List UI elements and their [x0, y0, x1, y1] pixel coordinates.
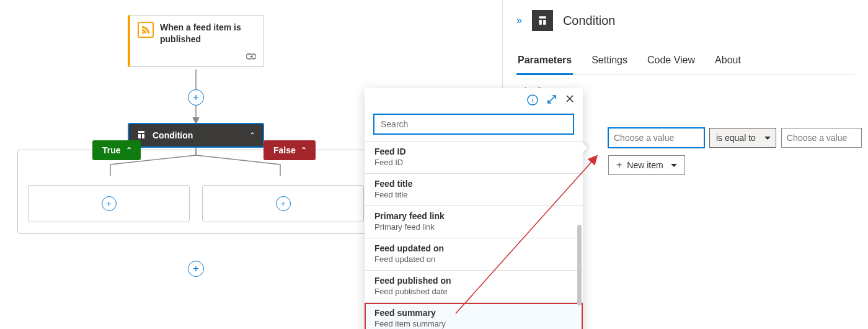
add-action-false[interactable]: + [276, 196, 291, 211]
scrollbar-thumb[interactable] [577, 225, 582, 305]
new-item-button[interactable]: New item [608, 155, 685, 175]
branch-container: True ⌃ False ⌃ + + [17, 150, 374, 234]
panel-tabs: Parameters Settings Code View About [516, 50, 854, 75]
flyout-pointer [582, 142, 594, 154]
tab-parameters[interactable]: Parameters [516, 50, 573, 75]
add-step-button-top[interactable]: + [188, 89, 204, 106]
operator-select[interactable]: is equal to [709, 128, 776, 148]
tab-code-view[interactable]: Code View [646, 50, 696, 74]
condition-icon [532, 10, 553, 31]
branch-box-true: + [28, 185, 190, 222]
rss-icon [138, 22, 154, 38]
list-item[interactable]: Feed ID Feed ID [365, 142, 583, 174]
trigger-title: When a feed item is published [160, 22, 256, 45]
panel-title: Condition [563, 14, 616, 28]
condition-icon [136, 130, 146, 142]
right-value-input[interactable] [781, 128, 862, 148]
tab-settings[interactable]: Settings [590, 50, 629, 74]
condition-card[interactable]: Condition ⌃ [128, 123, 264, 148]
list-item[interactable]: Primary feed link Primary feed link [365, 206, 583, 238]
close-icon[interactable] [565, 94, 574, 107]
new-item-label: New item [627, 160, 663, 170]
operator-label: is equal to [716, 133, 756, 143]
list-item[interactable]: Feed published on Feed published date [365, 271, 583, 303]
chevron-up-icon: ⌃ [249, 131, 255, 140]
left-value-input[interactable] [608, 128, 704, 148]
link-icon[interactable] [246, 52, 256, 61]
list-item-feed-summary[interactable]: Feed summary Feed item summary [365, 303, 583, 329]
add-action-true[interactable]: + [102, 196, 117, 211]
list-item[interactable]: Feed title Feed title [365, 174, 583, 206]
dynamic-content-flyout: i Feed ID Feed ID Feed title Feed title … [365, 88, 583, 329]
condition-rule-row: is equal to ⋯ [608, 128, 854, 148]
tab-about[interactable]: About [714, 50, 742, 74]
collapse-panel-icon[interactable]: » [516, 15, 522, 26]
branch-false-label: False [273, 145, 296, 155]
add-step-button-bottom[interactable]: + [188, 261, 204, 277]
list-item[interactable]: Feed updated on Feed updated on [365, 238, 583, 271]
trigger-card[interactable]: When a feed item is published [128, 15, 264, 67]
branch-tag-false[interactable]: False ⌃ [264, 140, 316, 160]
info-icon[interactable]: i [527, 94, 538, 107]
chevron-up-icon: ⌃ [301, 146, 307, 155]
expand-icon[interactable] [547, 94, 557, 107]
chevron-up-icon: ⌃ [126, 146, 132, 155]
dynamic-content-list[interactable]: Feed ID Feed ID Feed title Feed title Pr… [365, 141, 583, 329]
condition-label: Condition [153, 130, 243, 140]
svg-text:i: i [532, 96, 533, 104]
dynamic-content-search[interactable] [373, 114, 574, 135]
branch-true-label: True [102, 145, 121, 155]
branch-tag-true[interactable]: True ⌃ [92, 140, 141, 160]
branch-box-false: + [202, 185, 364, 222]
